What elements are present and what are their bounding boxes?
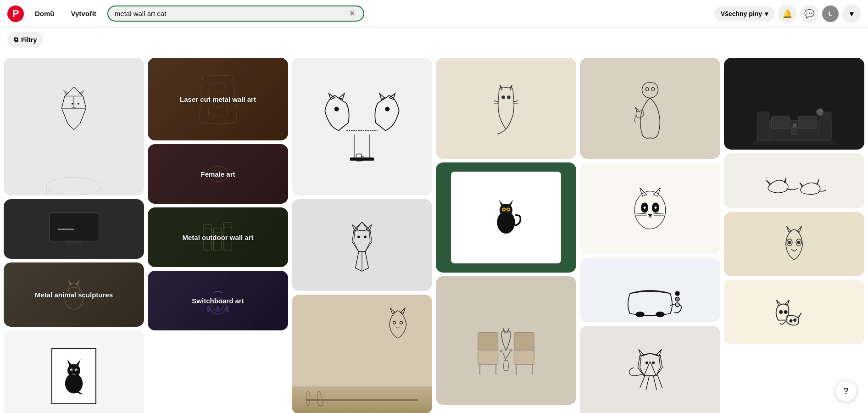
pin-card[interactable]: Female art [148, 144, 288, 204]
svg-line-8 [74, 123, 80, 129]
pin-card[interactable]: ▬▬▬▬ [4, 199, 144, 259]
svg-point-149 [821, 111, 823, 112]
messages-button[interactable]: 💬 [800, 5, 818, 23]
svg-point-123 [675, 297, 679, 301]
svg-line-133 [656, 368, 660, 376]
svg-point-158 [797, 241, 800, 244]
pin-card[interactable] [580, 58, 720, 159]
svg-point-18 [46, 177, 101, 195]
search-clear-button[interactable]: ✕ [347, 9, 357, 18]
svg-point-122 [675, 291, 679, 296]
all-pins-dropdown[interactable]: Všechny piny ▾ [714, 6, 774, 21]
svg-point-51 [385, 107, 389, 112]
svg-line-139 [653, 376, 657, 390]
svg-line-131 [659, 356, 661, 368]
svg-rect-146 [772, 116, 790, 128]
pin-card[interactable] [4, 58, 144, 195]
pinterest-logo[interactable]: P [7, 6, 24, 22]
svg-point-88 [500, 204, 512, 217]
svg-line-5 [61, 108, 67, 123]
svg-line-75 [362, 268, 368, 271]
pin-card[interactable] [580, 162, 720, 254]
svg-marker-77 [390, 308, 395, 313]
svg-marker-49 [329, 94, 335, 100]
svg-point-160 [785, 311, 787, 313]
svg-marker-17 [78, 90, 84, 95]
svg-point-109 [634, 191, 666, 229]
svg-rect-55 [351, 158, 374, 160]
svg-line-103 [503, 352, 506, 361]
svg-point-35 [76, 369, 78, 371]
svg-line-7 [68, 123, 74, 129]
svg-point-114 [643, 206, 646, 209]
pin-card[interactable]: Metal animal sculptures [4, 262, 144, 327]
svg-marker-57 [352, 222, 372, 251]
svg-point-108 [651, 87, 654, 91]
svg-point-15 [78, 103, 79, 105]
svg-line-130 [640, 356, 641, 368]
svg-point-29 [67, 364, 80, 377]
svg-rect-95 [478, 349, 498, 365]
svg-point-121 [656, 312, 664, 317]
pin-card[interactable] [292, 295, 432, 413]
pin-card[interactable] [436, 58, 576, 159]
pin-card[interactable] [4, 330, 144, 413]
filters-bar: ⧉ Filtry [0, 28, 868, 52]
svg-line-140 [657, 375, 662, 388]
svg-point-80 [400, 321, 403, 324]
svg-rect-145 [819, 112, 831, 141]
svg-point-124 [675, 303, 679, 307]
svg-marker-30 [67, 359, 72, 366]
svg-line-61 [362, 222, 369, 231]
pin-card[interactable] [436, 162, 576, 273]
svg-text:▬▬▬▬: ▬▬▬▬ [58, 226, 74, 231]
home-nav-button[interactable]: Domů [29, 6, 60, 21]
filters-label: Filtry [21, 36, 37, 44]
search-input[interactable] [115, 10, 347, 17]
notifications-button[interactable]: 🔔 [778, 5, 796, 23]
svg-rect-98 [514, 333, 534, 351]
svg-point-14 [72, 103, 73, 105]
svg-point-48 [335, 107, 339, 112]
svg-point-70 [364, 236, 366, 238]
pin-card[interactable] [724, 58, 864, 150]
svg-point-162 [794, 319, 796, 321]
filters-button[interactable]: ⧉ Filtry [7, 32, 43, 47]
svg-marker-90 [509, 200, 513, 206]
svg-marker-50 [339, 94, 345, 100]
svg-point-34 [71, 369, 72, 371]
svg-line-138 [646, 376, 649, 390]
svg-rect-151 [791, 127, 797, 135]
user-avatar[interactable]: L [822, 6, 839, 22]
help-button[interactable]: ? [835, 380, 857, 402]
svg-point-106 [510, 349, 512, 351]
svg-rect-152 [793, 123, 796, 128]
svg-line-74 [356, 268, 362, 271]
pin-card[interactable] [724, 153, 864, 208]
pin-card[interactable] [436, 276, 576, 405]
pin-card[interactable] [292, 199, 432, 291]
expand-button[interactable]: ▾ [842, 5, 861, 23]
pin-card[interactable]: Laser cut metal wall art [148, 58, 288, 140]
svg-line-3 [61, 96, 65, 108]
pin-card[interactable] [724, 280, 864, 344]
pin-card[interactable]: Switchboard art [148, 271, 288, 330]
svg-marker-16 [63, 90, 69, 95]
pin-card[interactable] [292, 58, 432, 195]
header-right: Všechny piny ▾ 🔔 💬 L ▾ [714, 5, 861, 23]
svg-point-148 [818, 111, 820, 112]
pin-card[interactable] [724, 212, 864, 276]
svg-line-104 [506, 352, 510, 359]
pin-card[interactable] [580, 258, 720, 322]
svg-line-72 [356, 251, 359, 268]
create-nav-button[interactable]: Vytvořit [66, 6, 102, 21]
pin-card[interactable] [580, 326, 720, 413]
pin-overlay-label: Metal animal sculptures [31, 287, 117, 302]
svg-line-62 [354, 231, 355, 242]
svg-marker-89 [499, 200, 504, 206]
pin-card[interactable]: Metal outdoor wall art [148, 207, 288, 267]
pin-overlay-label: Laser cut metal wall art [176, 92, 260, 107]
svg-rect-97 [478, 333, 498, 351]
svg-line-64 [354, 242, 359, 251]
svg-marker-153 [786, 226, 791, 232]
